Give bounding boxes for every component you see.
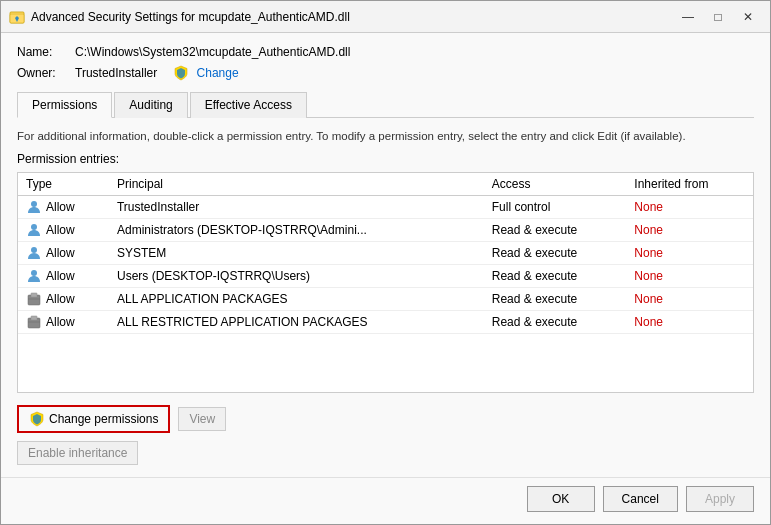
- close-button[interactable]: ✕: [734, 6, 762, 28]
- cell-inherited: None: [626, 196, 753, 219]
- advanced-security-window: Advanced Security Settings for mcupdate_…: [0, 0, 771, 525]
- tabs-container: Permissions Auditing Effective Access: [17, 91, 754, 118]
- cell-principal: ALL RESTRICTED APPLICATION PACKAGES: [109, 311, 484, 334]
- type-text: Allow: [46, 292, 75, 306]
- ok-button[interactable]: OK: [527, 486, 595, 512]
- permissions-table: Type Principal Access Inherited from All…: [18, 173, 753, 334]
- cell-inherited: None: [626, 311, 753, 334]
- cell-principal: SYSTEM: [109, 242, 484, 265]
- action-buttons: Change permissions View: [17, 405, 754, 433]
- maximize-button[interactable]: □: [704, 6, 732, 28]
- table-row[interactable]: AllowALL RESTRICTED APPLICATION PACKAGES…: [18, 311, 753, 334]
- cell-access: Read & execute: [484, 265, 627, 288]
- type-text: Allow: [46, 223, 75, 237]
- cell-inherited: None: [626, 265, 753, 288]
- cell-type: Allow: [18, 311, 109, 334]
- cell-type: Allow: [18, 242, 109, 265]
- type-text: Allow: [46, 246, 75, 260]
- pkg-icon: [26, 291, 42, 307]
- cell-inherited: None: [626, 288, 753, 311]
- name-label: Name:: [17, 45, 69, 59]
- enable-inheritance-row: Enable inheritance: [17, 439, 754, 465]
- type-text: Allow: [46, 315, 75, 329]
- main-content: Name: C:\Windows\System32\mcupdate_Authe…: [1, 33, 770, 477]
- info-text: For additional information, double-click…: [17, 128, 754, 144]
- cell-inherited: None: [626, 242, 753, 265]
- name-value: C:\Windows\System32\mcupdate_AuthenticAM…: [75, 45, 350, 59]
- apply-button[interactable]: Apply: [686, 486, 754, 512]
- type-text: Allow: [46, 269, 75, 283]
- title-bar: Advanced Security Settings for mcupdate_…: [1, 1, 770, 33]
- tab-permissions[interactable]: Permissions: [17, 92, 112, 118]
- change-owner-link[interactable]: Change: [197, 66, 239, 80]
- cell-access: Full control: [484, 196, 627, 219]
- cell-principal: Users (DESKTOP-IQSTRRQ\Users): [109, 265, 484, 288]
- minimize-button[interactable]: —: [674, 6, 702, 28]
- name-row: Name: C:\Windows\System32\mcupdate_Authe…: [17, 45, 754, 59]
- col-type: Type: [18, 173, 109, 196]
- pkg-icon: [26, 314, 42, 330]
- enable-inheritance-button[interactable]: Enable inheritance: [17, 441, 138, 465]
- change-permissions-button[interactable]: Change permissions: [17, 405, 170, 433]
- tab-effective-access[interactable]: Effective Access: [190, 92, 307, 118]
- svg-point-2: [31, 201, 37, 207]
- tab-auditing[interactable]: Auditing: [114, 92, 187, 118]
- col-principal: Principal: [109, 173, 484, 196]
- user-icon: [26, 268, 42, 284]
- svg-rect-7: [31, 293, 37, 297]
- table-row[interactable]: AllowUsers (DESKTOP-IQSTRRQ\Users)Read &…: [18, 265, 753, 288]
- cell-type: Allow: [18, 219, 109, 242]
- user-icon: [26, 222, 42, 238]
- owner-value: TrustedInstaller: [75, 66, 157, 80]
- owner-label: Owner:: [17, 66, 69, 80]
- cell-access: Read & execute: [484, 288, 627, 311]
- shield-icon: [173, 65, 189, 81]
- user-icon: [26, 199, 42, 215]
- window-controls: — □ ✕: [674, 6, 762, 28]
- table-row[interactable]: AllowAdministrators (DESKTOP-IQSTRRQ\Adm…: [18, 219, 753, 242]
- col-inherited: Inherited from: [626, 173, 753, 196]
- cell-access: Read & execute: [484, 242, 627, 265]
- cell-principal: TrustedInstaller: [109, 196, 484, 219]
- col-access: Access: [484, 173, 627, 196]
- cell-access: Read & execute: [484, 311, 627, 334]
- window-title: Advanced Security Settings for mcupdate_…: [31, 10, 674, 24]
- cell-type: Allow: [18, 288, 109, 311]
- cell-principal: ALL APPLICATION PACKAGES: [109, 288, 484, 311]
- owner-row: Owner: TrustedInstaller Change: [17, 65, 754, 81]
- cell-access: Read & execute: [484, 219, 627, 242]
- table-row[interactable]: AllowSYSTEMRead & executeNone: [18, 242, 753, 265]
- cell-type: Allow: [18, 265, 109, 288]
- footer: OK Cancel Apply: [1, 477, 770, 524]
- table-row[interactable]: AllowTrustedInstallerFull controlNone: [18, 196, 753, 219]
- svg-point-3: [31, 224, 37, 230]
- permissions-table-container[interactable]: Type Principal Access Inherited from All…: [17, 172, 754, 393]
- cancel-button[interactable]: Cancel: [603, 486, 678, 512]
- svg-point-4: [31, 247, 37, 253]
- type-text: Allow: [46, 200, 75, 214]
- cell-principal: Administrators (DESKTOP-IQSTRRQ\Admini..…: [109, 219, 484, 242]
- cell-inherited: None: [626, 219, 753, 242]
- view-button[interactable]: View: [178, 407, 226, 431]
- entries-label: Permission entries:: [17, 152, 754, 166]
- shield-btn-icon: [29, 411, 45, 427]
- svg-rect-10: [31, 316, 37, 320]
- table-header-row: Type Principal Access Inherited from: [18, 173, 753, 196]
- cell-type: Allow: [18, 196, 109, 219]
- user-icon: [26, 245, 42, 261]
- window-icon: [9, 9, 25, 25]
- table-row[interactable]: AllowALL APPLICATION PACKAGESRead & exec…: [18, 288, 753, 311]
- svg-point-5: [31, 270, 37, 276]
